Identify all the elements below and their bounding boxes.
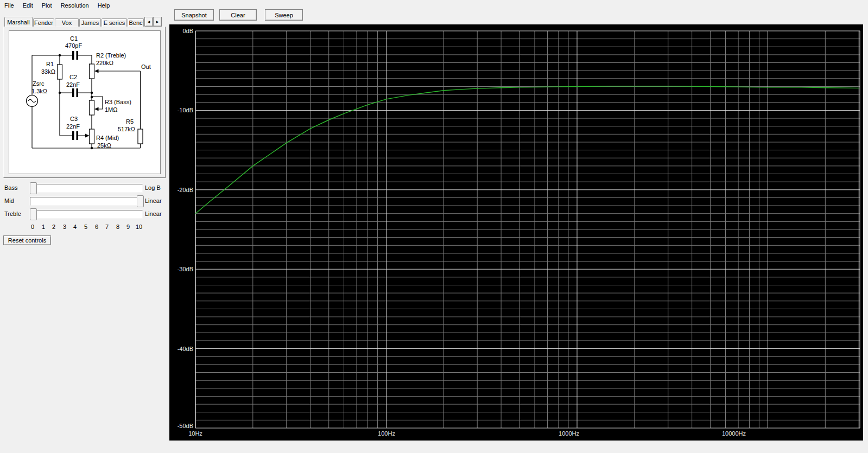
tab-label: E series [104,20,125,26]
component-label-r4-mid: R4 (Mid) [96,135,119,141]
slider-label-treble: Treble [4,210,21,218]
component-label-r2-treble: R2 (Treble) [96,52,126,59]
component-label-out: Out [141,63,151,70]
tab-label: Fender [34,20,53,26]
x-axis-tick-label: 1000Hz [559,430,579,437]
circuit-diagram-panel: C1470pFR2 (Treble)220kΩR133kΩC222nFZsrc1… [9,30,161,174]
tab-label: Benc [129,20,142,26]
x-axis-tick-label: 10000Hz [722,430,746,437]
menu-item-edit[interactable]: Edit [18,1,37,11]
component-label-1m: 1MΩ [105,106,118,113]
frequency-response-plot: 0dB-10dB-20dB-30dB-40dB-50dB10Hz100Hz100… [169,24,863,441]
slider-tick-label: 4 [69,224,80,230]
component-label-r1: R1 [46,61,54,67]
x-axis-tick-label: 100Hz [378,430,395,437]
slider-tick-label: 3 [59,224,70,230]
component-label-1-3k: 1.3kΩ [31,88,47,94]
slider-tick-label: 6 [91,224,102,230]
component-label-c1: C1 [70,35,78,42]
clear-button[interactable]: Clear [219,9,257,21]
tab-james[interactable]: James [79,18,101,27]
y-axis-tick-label: -30dB [178,266,193,272]
tab-scroll-right-button[interactable]: ► [153,17,162,27]
component-label-c3: C3 [70,116,78,122]
tab-fender[interactable]: Fender [33,18,54,27]
tab-e-series[interactable]: E series [102,18,127,27]
slider-tick-label: 9 [123,224,134,230]
slider-tick-label: 7 [102,224,112,230]
x-axis-tick-label: 10Hz [188,430,202,437]
component-label-zsrc: Zsrc [33,80,44,87]
tab-marshall[interactable]: Marshall [4,17,33,27]
component-label-22nf: 22nF [66,123,80,130]
slider-label-mid: Mid [4,197,14,205]
slider-track-mid[interactable] [30,197,143,206]
slider-scale-label-treble: Linear [145,210,162,218]
tab-scroll-left-button[interactable]: ◄ [144,17,153,27]
component-label-r3-bass: R3 (Bass) [105,99,131,105]
y-axis-tick-label: -10dB [178,107,193,113]
menu-item-help[interactable]: Help [93,1,115,11]
slider-thumb-mid[interactable] [137,195,144,207]
menu-item-resolution[interactable]: Resolution [56,1,93,11]
menu-item-file[interactable]: File [0,1,18,11]
slider-tick-label: 0 [27,224,38,230]
component-label-517k: 517kΩ [118,126,135,132]
tone-stack-tabs: MarshallFenderVoxJamesE seriesBenc [4,17,144,27]
component-label-25k: 25kΩ [97,142,111,149]
y-axis-tick-label: -40dB [178,346,193,352]
slider-tick-label: 5 [80,224,91,230]
y-axis-tick-label: -20dB [178,187,193,193]
slider-thumb-bass[interactable] [30,182,37,194]
component-label-22nf: 22nF [66,81,80,88]
component-label-470pf: 470pF [65,42,82,49]
slider-tick-label: 10 [134,224,144,230]
component-label-33k: 33kΩ [41,68,55,75]
tab-label: Vox [62,20,72,26]
chevron-left-icon: ◄ [147,20,151,24]
tab-label: James [81,20,99,26]
component-label-220k: 220kΩ [96,60,113,66]
tab-benc[interactable]: Benc [128,18,144,27]
slider-tick-label: 8 [112,224,123,230]
tab-label: Marshall [7,19,30,25]
y-axis-tick-label: 0dB [182,28,193,34]
component-label-c2: C2 [69,74,77,80]
menu-item-plot[interactable]: Plot [37,1,56,11]
slider-scale-label-mid: Linear [145,197,162,205]
menu-bar: FileEditPlotResolutionHelp [0,0,868,11]
tab-vox[interactable]: Vox [55,18,79,27]
app-window: FileEditPlotResolutionHelp Snapshot Clea… [0,0,868,453]
slider-track-bass[interactable] [30,184,143,193]
slider-label-bass: Bass [4,184,17,192]
slider-tick-label: 1 [38,224,49,230]
component-label-r5: R5 [126,118,134,125]
snapshot-button[interactable]: Snapshot [174,9,214,21]
circuit-diagram [9,31,160,174]
reset-controls-button[interactable]: Reset controls [3,235,51,245]
slider-track-treble[interactable] [30,210,143,219]
sweep-button[interactable]: Sweep [265,9,303,21]
chevron-right-icon: ► [155,20,160,24]
slider-thumb-treble[interactable] [30,208,37,220]
y-axis-tick-label: -50dB [178,423,193,429]
slider-scale-label-bass: Log B [145,184,161,192]
slider-tick-label: 2 [48,224,59,230]
